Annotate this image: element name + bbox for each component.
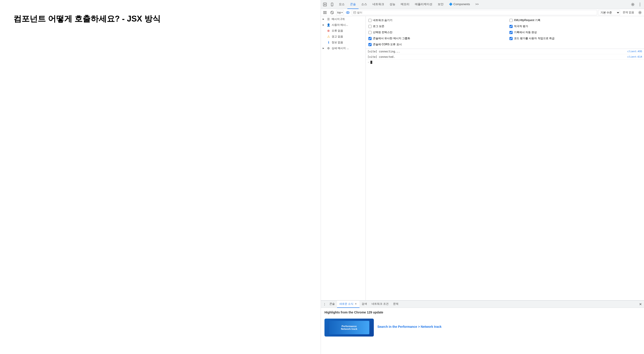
filter-hide-network[interactable]: 네트워크 숨기기 xyxy=(368,18,500,23)
sidebar-label-info: 정보 없음 xyxy=(332,40,364,44)
sidebar-label-verbose: 상세 메시지 ... xyxy=(332,46,364,50)
checkbox-autocomplete[interactable] xyxy=(510,31,512,34)
sidebar-label-errors: 오류 없음 xyxy=(332,29,364,33)
tab-elements[interactable]: 요소 xyxy=(336,0,347,9)
bottom-menu-btn[interactable]: ⋮ xyxy=(322,302,327,307)
tab-network[interactable]: 네트워크 xyxy=(370,0,387,9)
bottom-panel-content: Highlights from the Chrome 129 update Pe… xyxy=(321,308,644,354)
tab-console[interactable]: 콘솔 xyxy=(347,0,358,9)
filter-preserve-log[interactable]: 로그 보존 xyxy=(368,24,500,29)
filter-input[interactable] xyxy=(357,11,596,14)
filter-input-wrap xyxy=(352,10,597,15)
no-issues-badge: 문제 없음 xyxy=(621,10,636,15)
highlights-text: Highlights from the Chrome 129 update xyxy=(324,311,640,314)
sidebar-label-warnings: 경고 없음 xyxy=(332,35,364,38)
tab-sources[interactable]: 소스 xyxy=(358,0,370,9)
sidebar-label-messages: 메시지 2개 xyxy=(332,17,364,21)
filter-cors-errors[interactable]: 콘솔에 CORS 오류 표시 xyxy=(368,42,500,47)
tab-components[interactable]: 🔷Components xyxy=(446,0,473,9)
top-dropdown-arrow[interactable]: ▾ xyxy=(342,11,343,14)
page-title: 컴포넌트 어떻게 호출하세요? - JSX 방식 xyxy=(14,13,307,24)
bottom-panel-close-btn[interactable]: ✕ xyxy=(638,302,643,307)
checkbox-hide-network[interactable] xyxy=(368,19,372,22)
log-text-1: [vite] connecting... xyxy=(368,50,626,53)
sidebar-item-warnings[interactable]: ⚠ 경고 없음 xyxy=(321,34,366,39)
sidebar-label-user: 사용자 메시... xyxy=(332,23,364,27)
log-text-2: [vite] connected. xyxy=(368,55,626,58)
more-options-button[interactable] xyxy=(637,1,643,7)
whats-new-link[interactable]: Search in the Performance > Network trac… xyxy=(378,325,442,329)
checkbox-treat-eval[interactable] xyxy=(510,37,512,40)
bottom-tab-close-icon[interactable]: ✕ xyxy=(354,302,357,306)
svg-point-2 xyxy=(332,5,332,5)
devtools-top-toolbar: 요소 콘솔 소스 네트워크 성능 메모리 애플리케이션 보안 🔷Componen… xyxy=(321,0,644,9)
sidebar-item-info[interactable]: ℹ 정보 없음 xyxy=(321,39,366,45)
eye-btn[interactable] xyxy=(345,9,351,16)
log-link-1[interactable]: client:495 xyxy=(628,50,642,53)
console-log-area: [vite] connecting... client:495 [vite] c… xyxy=(366,49,644,300)
list-icon: ☰ xyxy=(327,17,330,21)
tab-memory[interactable]: 메모리 xyxy=(398,0,412,9)
console-settings-btn[interactable] xyxy=(637,9,643,16)
bottom-tabs: ⋮ 콘솔 새로운 소식 ✕ 검색 네트워크 조건 문제 ✕ xyxy=(321,301,644,308)
svg-rect-14 xyxy=(354,11,356,14)
svg-point-4 xyxy=(640,3,640,3)
filter-group-similar[interactable]: 콘솔에서 유사한 메시지 그룹화 xyxy=(368,36,500,41)
checkbox-group-similar[interactable] xyxy=(368,37,372,40)
block-btn[interactable] xyxy=(329,9,335,16)
info-icon: ℹ xyxy=(327,40,330,44)
device-toolbar-btn[interactable] xyxy=(329,1,335,7)
svg-point-3 xyxy=(632,4,634,5)
tab-security[interactable]: 보안 xyxy=(435,0,446,9)
prompt-cursor xyxy=(370,61,372,64)
filter-xmlhttp[interactable]: XMLHttpRequest 기록 xyxy=(510,18,642,23)
sidebar-item-messages[interactable]: ▶ ☰ 메시지 2개 xyxy=(321,16,366,22)
log-entry-1: [vite] connecting... client:495 xyxy=(366,49,644,54)
top-dropdown-value: top xyxy=(337,11,341,14)
tab-more[interactable]: >> xyxy=(473,0,482,9)
console-prompt: › xyxy=(366,60,644,65)
filter-selected-context[interactable]: 선택된 컨텍스만 xyxy=(368,30,500,35)
filter-autocomplete[interactable]: 기록에서 자동 완성 xyxy=(510,30,642,35)
checkbox-cors-errors[interactable] xyxy=(368,43,372,46)
warning-icon: ⚠ xyxy=(327,35,330,38)
bottom-tab-search[interactable]: 검색 xyxy=(360,301,369,308)
settings-button[interactable] xyxy=(630,1,636,7)
arrow-verbose: ▶ xyxy=(323,47,325,49)
page-content: 컴포넌트 어떻게 호출하세요? - JSX 방식 xyxy=(0,0,321,354)
checkbox-selected-context[interactable] xyxy=(368,31,372,34)
sidebar-toggle-btn[interactable] xyxy=(322,9,328,16)
level-select[interactable]: 기본 수준 자세한 정보 정보 경고 오류 xyxy=(598,10,620,15)
tab-application[interactable]: 애플리케이션 xyxy=(412,0,435,9)
sidebar-item-user-messages[interactable]: ▶ 👤 사용자 메시... xyxy=(321,22,366,28)
log-entry-2: [vite] connected. client:614 xyxy=(366,54,644,60)
svg-point-5 xyxy=(640,4,640,5)
sidebar-item-verbose[interactable]: ▶ ⚙ 상세 메시지 ... xyxy=(321,45,366,51)
bottom-panel: ⋮ 콘솔 새로운 소식 ✕ 검색 네트워크 조건 문제 ✕ Highlights… xyxy=(321,300,644,354)
bottom-tab-issues[interactable]: 문제 xyxy=(391,301,401,308)
arrow-messages: ▶ xyxy=(323,18,325,20)
bottom-tab-console[interactable]: 콘솔 xyxy=(327,301,337,308)
bottom-tab-whats-new[interactable]: 새로운 소식 ✕ xyxy=(337,301,360,308)
sidebar-item-errors[interactable]: ⊗ 오류 없음 xyxy=(321,28,366,34)
checkbox-xmlhttp[interactable] xyxy=(510,19,512,22)
log-link-2[interactable]: client:614 xyxy=(628,55,642,58)
inspect-icon-btn[interactable] xyxy=(322,1,328,7)
svg-rect-7 xyxy=(323,11,327,12)
svg-point-13 xyxy=(347,12,348,13)
person-icon: 👤 xyxy=(327,23,330,27)
svg-rect-8 xyxy=(323,12,327,13)
checkbox-eager-eval[interactable] xyxy=(510,25,512,28)
error-icon: ⊗ xyxy=(327,29,330,32)
checkbox-preserve-log[interactable] xyxy=(368,25,372,28)
filter-treat-eval[interactable]: 코드 평가를 사용자 작업으로 취급 xyxy=(510,36,642,41)
devtools-panel: 요소 콘솔 소스 네트워크 성능 메모리 애플리케이션 보안 🔷Componen… xyxy=(321,0,644,354)
console-main: 네트워크 숨기기 로그 보존 선택된 컨텍스만 콘솔에서 유사한 메시지 그룹화 xyxy=(366,16,644,300)
devtools-tab-bar: 요소 콘솔 소스 네트워크 성능 메모리 애플리케이션 보안 🔷Componen… xyxy=(336,0,629,9)
bottom-tab-network-conditions[interactable]: 네트워크 조건 xyxy=(369,301,390,308)
filter-eager-eval[interactable]: 적극적 평가 xyxy=(510,24,642,29)
tab-performance[interactable]: 성능 xyxy=(387,0,398,9)
arrow-user: ▶ xyxy=(323,24,325,26)
svg-point-12 xyxy=(346,11,349,14)
svg-line-11 xyxy=(331,11,333,13)
